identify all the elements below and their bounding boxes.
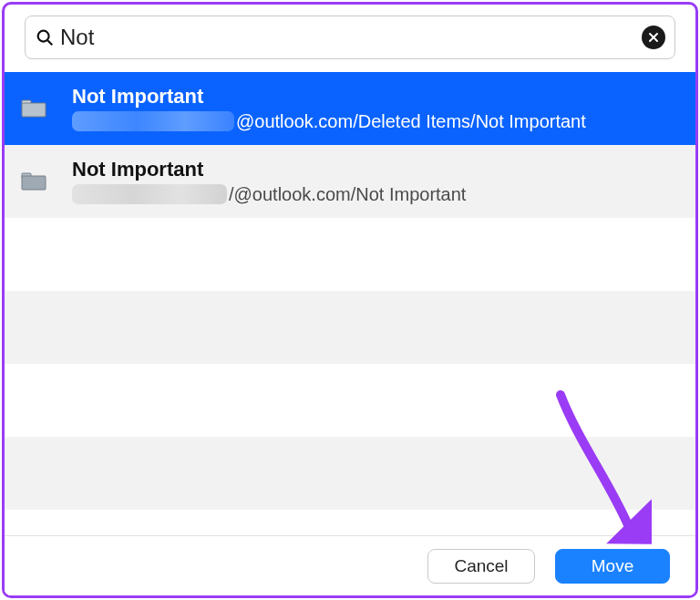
list-row-empty xyxy=(5,364,695,437)
search-icon xyxy=(35,27,55,47)
folder-icon xyxy=(21,171,46,191)
close-icon xyxy=(648,32,659,43)
svg-point-0 xyxy=(38,31,49,42)
folder-result-item[interactable]: Not Important /@outlook.com/Not Importan… xyxy=(5,145,695,218)
svg-rect-5 xyxy=(22,103,46,117)
folder-name: Not Important xyxy=(72,85,681,109)
folder-path: /@outlook.com/Not Important xyxy=(229,184,466,205)
svg-line-1 xyxy=(47,40,52,45)
folder-path-line: @outlook.com/Deleted Items/Not Important xyxy=(72,111,681,132)
list-row-empty xyxy=(5,291,695,364)
folder-result-text: Not Important @outlook.com/Deleted Items… xyxy=(72,85,681,131)
dialog-frame: Not Important @outlook.com/Deleted Items… xyxy=(2,2,698,598)
search-bar-container xyxy=(5,5,695,72)
list-row-empty xyxy=(5,437,695,510)
search-input[interactable] xyxy=(60,25,642,50)
clear-search-button[interactable] xyxy=(642,26,665,49)
cancel-button[interactable]: Cancel xyxy=(427,549,535,584)
folder-icon xyxy=(21,98,46,119)
folder-name: Not Important xyxy=(72,158,681,181)
dialog-footer: Cancel Move xyxy=(5,535,695,595)
folder-result-list: Not Important @outlook.com/Deleted Items… xyxy=(5,72,695,510)
redacted-account-name xyxy=(72,184,227,204)
search-box[interactable] xyxy=(25,16,675,59)
folder-result-item[interactable]: Not Important @outlook.com/Deleted Items… xyxy=(5,72,695,145)
folder-path-line: /@outlook.com/Not Important xyxy=(72,184,681,205)
list-row-empty xyxy=(5,218,695,291)
folder-result-text: Not Important /@outlook.com/Not Importan… xyxy=(72,158,681,204)
redacted-account-name xyxy=(72,111,234,131)
folder-path: @outlook.com/Deleted Items/Not Important xyxy=(236,111,586,132)
move-button[interactable]: Move xyxy=(555,549,670,584)
svg-rect-7 xyxy=(22,176,46,190)
